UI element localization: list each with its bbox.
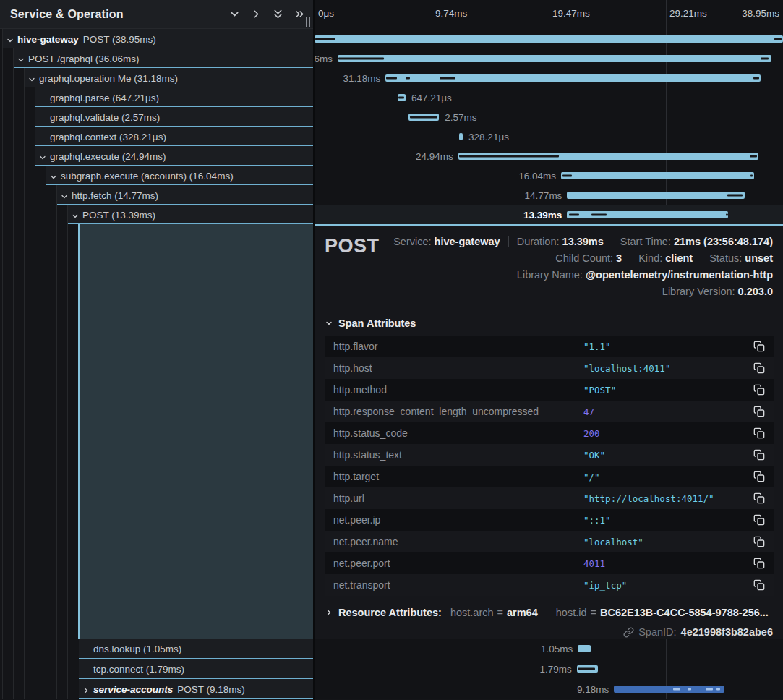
tree-row-label: graphql.execute (24.94ms) <box>50 150 166 161</box>
copy-icon[interactable] <box>753 536 765 547</box>
waterfall-row[interactable]: 328.21μs <box>315 127 783 146</box>
span-attributes-toggle[interactable]: Span Attributes <box>325 317 773 329</box>
meta-item: Start Time: 21ms (23:56:48.174) <box>620 236 773 247</box>
duration-label: 36.06ms <box>315 53 333 64</box>
copy-icon[interactable] <box>753 514 765 526</box>
column-divider[interactable] <box>313 0 315 700</box>
tree-row[interactable]: graphql.context (328.21μs) <box>0 127 313 146</box>
tree-row[interactable]: graphql.validate (2.57ms) <box>0 107 313 127</box>
copy-icon[interactable] <box>753 384 765 396</box>
tree-row[interactable]: service-accountsPOST (9.18ms) <box>0 679 313 699</box>
attribute-value: "::1" <box>583 515 753 526</box>
tree-row[interactable]: dns.lookup (1.05ms) <box>0 639 313 659</box>
child-span-marker <box>774 38 782 40</box>
duration-label: 13.39ms <box>523 209 562 220</box>
meta-label: Start Time: <box>620 236 671 247</box>
chevron-down-icon[interactable] <box>38 152 47 161</box>
column-resize-handle[interactable] <box>306 17 312 27</box>
chevron-down-icon[interactable] <box>27 74 36 82</box>
waterfall-row[interactable]: 36.06ms <box>315 48 783 68</box>
duration-label: 647.21μs <box>411 92 452 103</box>
tree-header-title: Service & Operation <box>10 8 124 21</box>
waterfall-row[interactable]: 2.57ms <box>315 107 783 127</box>
meta-label: Library Name: <box>517 269 583 281</box>
copy-icon[interactable] <box>753 406 765 417</box>
meta-divider <box>701 253 701 264</box>
waterfall-row[interactable]: 9.18ms <box>315 679 783 699</box>
tree-row[interactable]: POST /graphql (36.06ms) <box>0 48 313 68</box>
chevron-right-icon[interactable] <box>82 685 90 693</box>
chevron-down-icon[interactable] <box>49 171 58 180</box>
meta-label: Service: <box>393 236 431 247</box>
span-duration-bar[interactable] <box>338 55 771 62</box>
waterfall-row[interactable]: 1.05ms <box>315 639 783 659</box>
tree-row[interactable]: tcp.connect (1.79ms) <box>0 659 313 679</box>
chevrons-down-icon[interactable] <box>272 8 284 20</box>
meta-value: 0.203.0 <box>738 286 773 297</box>
duration-label: 1.79ms <box>539 664 571 675</box>
waterfall-row[interactable]: 14.77ms <box>315 185 783 205</box>
tree-row[interactable]: POST (13.39ms) <box>0 205 313 224</box>
tree-row[interactable]: graphql.parse (647.21μs) <box>0 88 313 107</box>
timeline-tick: 0μs <box>318 8 334 19</box>
tree-row-label: graphql.context (328.21μs) <box>50 131 166 142</box>
copy-icon[interactable] <box>753 492 765 504</box>
span-duration-bar[interactable] <box>459 133 463 140</box>
tree-row[interactable]: hive-gatewayPOST (38.95ms) <box>0 29 313 48</box>
chevron-down-icon[interactable] <box>60 191 69 200</box>
span-duration-bar[interactable] <box>561 172 754 179</box>
attribute-key: http.url <box>333 492 583 504</box>
timeline-header: 0μs9.74ms19.47ms29.21ms38.95ms <box>315 0 783 29</box>
waterfall-row[interactable]: 647.21μs <box>315 88 783 107</box>
attribute-row: http.method"POST" <box>325 379 774 401</box>
child-span-marker <box>726 213 728 215</box>
link-icon[interactable] <box>623 627 634 638</box>
chevron-down-icon[interactable] <box>6 35 14 43</box>
resource-attributes-row[interactable]: Resource Attributes: host.arch=arm64host… <box>325 607 773 618</box>
chevron-down-icon[interactable] <box>71 210 80 219</box>
chevron-down-icon[interactable] <box>228 8 241 20</box>
span-meta: Service: hive-gatewayDuration: 13.39msSt… <box>380 234 773 299</box>
copy-icon[interactable] <box>753 449 765 461</box>
attribute-key: http.target <box>333 471 583 482</box>
resource-key: host.arch <box>450 607 494 618</box>
child-span-marker <box>750 174 753 176</box>
tree-row[interactable]: subgraph.execute (accounts) (16.04ms) <box>0 166 313 185</box>
span-duration-bar[interactable] <box>578 645 590 652</box>
attribute-key: http.flavor <box>333 341 583 352</box>
attribute-value: "localhost" <box>583 537 753 547</box>
waterfall-row[interactable]: 24.94ms <box>315 146 783 166</box>
child-span-marker <box>386 77 397 79</box>
attribute-row: net.peer.port4011 <box>325 552 774 574</box>
waterfall-row[interactable] <box>315 29 783 48</box>
copy-icon[interactable] <box>753 558 765 569</box>
chevrons-right-icon[interactable] <box>294 8 306 20</box>
service-name: service-accounts <box>93 683 173 694</box>
copy-icon[interactable] <box>753 362 765 374</box>
waterfall-row[interactable]: 31.18ms <box>315 68 783 88</box>
copy-icon[interactable] <box>753 427 765 439</box>
span-duration-bar[interactable] <box>567 192 745 199</box>
tree-row[interactable]: graphql.execute (24.94ms) <box>0 146 313 166</box>
child-span-marker <box>761 57 769 59</box>
waterfall-row[interactable]: 13.39ms <box>315 205 783 224</box>
meta-item: Duration: 13.39ms <box>517 236 604 247</box>
copy-icon[interactable] <box>753 341 765 352</box>
span-duration-bar[interactable] <box>315 35 783 43</box>
duration-label: 9.18ms <box>577 683 609 694</box>
meta-label: Duration: <box>517 236 560 247</box>
tree-row[interactable]: graphql.operation Me (31.18ms) <box>0 68 313 88</box>
waterfall-row[interactable]: 1.79ms <box>315 659 783 679</box>
copy-icon[interactable] <box>753 579 765 591</box>
copy-icon[interactable] <box>753 471 765 482</box>
chevron-right-icon[interactable] <box>250 8 262 20</box>
waterfall-row[interactable]: 16.04ms <box>315 166 783 185</box>
child-span-marker <box>706 688 713 690</box>
operation-name: subgraph.execute (accounts) (16.04ms) <box>61 170 234 181</box>
tree-row-label: subgraph.execute (accounts) (16.04ms) <box>61 170 234 181</box>
attribute-value: "localhost:4011" <box>583 363 753 374</box>
chevron-down-icon[interactable] <box>17 54 25 63</box>
span-id-label: SpanID: <box>638 626 676 638</box>
child-span-marker <box>569 213 579 215</box>
tree-row[interactable]: http.fetch (14.77ms) <box>0 185 313 205</box>
